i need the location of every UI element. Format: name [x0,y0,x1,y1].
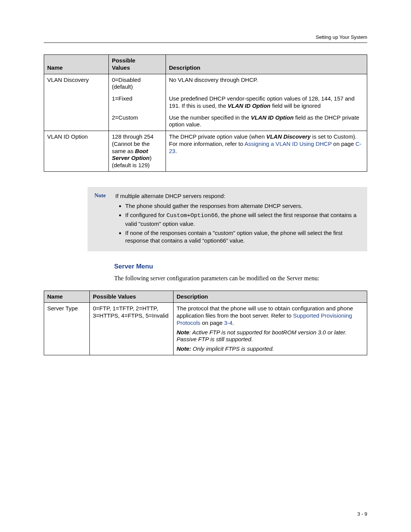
col-desc: Description [166,55,367,74]
server-menu-intro: The following server configuration param… [114,274,367,283]
header-rule [44,42,367,43]
table-row: Server Type0=FTP, 1=TFTP, 2=HTTP, 3=HTTP… [44,303,367,355]
document-page: Setting up Your System Name PossibleValu… [0,0,411,532]
server-menu-heading: Server Menu [114,263,367,270]
cross-reference-link[interactable]: Assigning a VLAN ID Using DHCP [244,141,331,147]
col-values: Possible Values [90,291,174,303]
note-bullet: If configured for Custom+Option66, the p… [125,211,360,228]
note-intro: If multiple alternate DHCP servers respo… [115,192,360,200]
col-name: Name [44,55,109,74]
cross-reference-link[interactable]: Supported Provisioning Protocols [177,312,352,326]
note-bullet: If none of the responses contain a "cust… [125,229,360,245]
param-desc: No VLAN discovery through DHCP. [166,74,367,93]
param-desc: Use the number specified in the VLAN ID … [166,112,367,131]
cross-reference-link[interactable]: 3-4 [224,320,233,326]
param-name: VLAN ID Option [44,131,109,172]
param-name: Server Type [44,303,90,355]
param-name: VLAN Discovery [44,74,109,131]
note-bullet: The phone should gather the responses fr… [125,202,360,210]
col-name: Name [44,291,90,303]
param-value: 128 through 254 (Cannot be the same as B… [109,131,166,172]
note-label: Note [94,192,115,246]
note-body: If multiple alternate DHCP servers respo… [115,192,360,246]
running-head: Setting up Your System [44,34,367,40]
param-value: 0=Disabled (default) [109,74,166,93]
server-parameters-table: Name Possible Values Description Server … [44,291,367,355]
param-value: 1=Fixed [109,93,166,112]
vlan-parameters-table: Name PossibleValues Description VLAN Dis… [44,54,367,172]
col-desc: Description [174,291,367,303]
table-row: VLAN ID Option128 through 254 (Cannot be… [44,131,367,172]
param-desc: Use predefined DHCP vendor-specific opti… [166,93,367,112]
param-value: 0=FTP, 1=TFTP, 2=HTTP, 3=HTTPS, 4=FTPS, … [90,303,174,355]
table-header-row: Name PossibleValues Description [44,55,367,74]
col-values: PossibleValues [109,55,166,74]
page-number: 3 - 9 [357,511,367,517]
table-header-row: Name Possible Values Description [44,291,367,303]
param-desc: The DHCP private option value (when VLAN… [166,131,367,172]
param-desc: The protocol that the phone will use to … [174,303,367,355]
note-block: Note If multiple alternate DHCP servers … [88,187,367,252]
table-row: VLAN Discovery0=Disabled (default)No VLA… [44,74,367,93]
note-list: The phone should gather the responses fr… [115,202,360,244]
param-value: 2=Custom [109,112,166,131]
